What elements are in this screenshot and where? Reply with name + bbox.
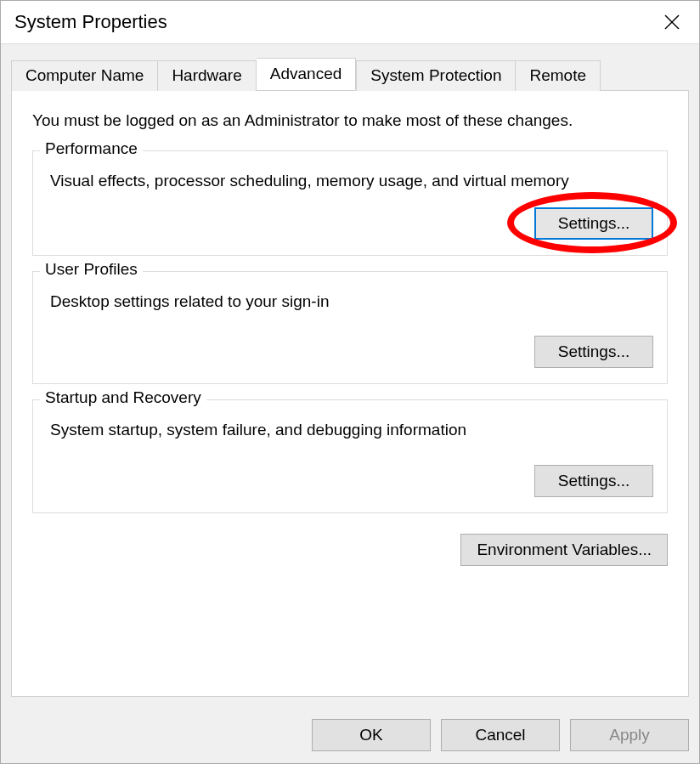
ok-button[interactable]: OK bbox=[312, 719, 431, 751]
group-performance: Performance Visual effects, processor sc… bbox=[32, 150, 668, 256]
tab-computer-name[interactable]: Computer Name bbox=[11, 60, 158, 91]
group-user-profiles: User Profiles Desktop settings related t… bbox=[32, 271, 668, 385]
admin-notice: You must be logged on as an Administrato… bbox=[32, 111, 668, 130]
environment-variables-button[interactable]: Environment Variables... bbox=[460, 534, 668, 566]
group-performance-legend: Performance bbox=[40, 139, 143, 158]
tab-hardware[interactable]: Hardware bbox=[158, 60, 256, 91]
cancel-button[interactable]: Cancel bbox=[441, 719, 560, 751]
tab-system-protection[interactable]: System Protection bbox=[356, 60, 516, 91]
tabpanel-advanced: You must be logged on as an Administrato… bbox=[11, 90, 689, 697]
tab-advanced[interactable]: Advanced bbox=[257, 58, 357, 90]
group-user-profiles-desc: Desktop settings related to your sign-in bbox=[50, 291, 650, 313]
group-startup-recovery-legend: Startup and Recovery bbox=[40, 388, 206, 407]
window-title: System Properties bbox=[14, 11, 167, 33]
system-properties-window: System Properties Computer Name Hardware… bbox=[0, 0, 700, 764]
dialog-footer: OK Cancel Apply bbox=[1, 707, 699, 763]
group-startup-recovery: Startup and Recovery System startup, sys… bbox=[32, 399, 668, 513]
group-startup-recovery-desc: System startup, system failure, and debu… bbox=[50, 419, 650, 441]
user-profiles-settings-button[interactable]: Settings... bbox=[534, 336, 653, 368]
startup-recovery-settings-button[interactable]: Settings... bbox=[534, 465, 653, 497]
dialog-body: Computer Name Hardware Advanced System P… bbox=[1, 43, 699, 707]
titlebar: System Properties bbox=[1, 1, 699, 43]
performance-settings-button[interactable]: Settings... bbox=[534, 207, 653, 240]
group-performance-desc: Visual effects, processor scheduling, me… bbox=[50, 170, 650, 192]
apply-button[interactable]: Apply bbox=[570, 719, 689, 751]
close-icon[interactable] bbox=[653, 5, 691, 39]
group-user-profiles-legend: User Profiles bbox=[40, 260, 143, 279]
tabstrip: Computer Name Hardware Advanced System P… bbox=[11, 58, 689, 90]
tab-remote[interactable]: Remote bbox=[516, 60, 601, 91]
